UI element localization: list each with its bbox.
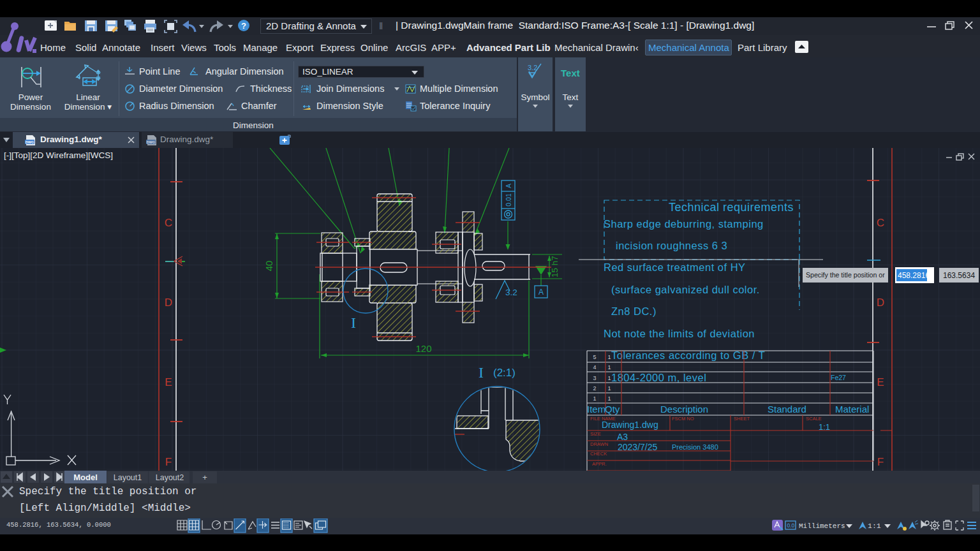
svg-text:(2:1): (2:1) [493,367,516,379]
svg-text:DRAWN: DRAWN [590,441,608,447]
svg-text:Fe27: Fe27 [831,374,846,381]
svg-text:Technical requirements: Technical requirements [669,201,794,214]
svg-text:DWG: DWG [147,140,155,144]
svg-text:1: 1 [607,354,611,360]
svg-text:Material: Material [835,404,869,415]
svg-text:3: 3 [593,375,596,381]
svg-text:E: E [877,376,884,388]
svg-text:Layout1: Layout1 [114,473,142,482]
svg-text:incision roughness 6 3: incision roughness 6 3 [616,240,727,251]
svg-text:A: A [505,184,512,188]
svg-text:15 h7: 15 h7 [550,256,560,277]
svg-text:1: 1 [593,395,596,402]
svg-text:F: F [877,456,884,468]
svg-text:Millimeters: Millimeters [799,522,845,530]
svg-text:120: 120 [415,343,431,354]
svg-text:A: A [538,288,544,297]
svg-text:1: 1 [607,364,611,371]
svg-text:D: D [165,297,172,309]
svg-text:DWG: DWG [26,140,34,144]
svg-text:1:1: 1:1 [819,422,830,432]
svg-text:?: ? [241,21,246,31]
svg-text:APPR.: APPR. [592,461,607,467]
svg-text:1804-2000 m, level: 1804-2000 m, level [611,372,706,383]
svg-text:Precision 3480: Precision 3480 [672,443,718,451]
svg-text:2: 2 [593,385,596,392]
svg-text:Tolerances according to GB / T: Tolerances according to GB / T [611,349,765,361]
svg-text:C: C [165,217,172,229]
svg-text:C: C [877,217,884,229]
svg-text:1:1: 1:1 [868,522,881,530]
svg-text:1: 1 [607,375,611,381]
svg-text:Standard: Standard [768,404,806,415]
svg-text:I: I [479,364,484,381]
svg-text:458.2816: 458.2816 [898,271,930,280]
svg-text:+: + [202,473,207,482]
svg-text:FILE NAME: FILE NAME [590,416,616,422]
svg-text:FSCM NO: FSCM NO [672,416,694,422]
svg-text:1: 1 [607,395,611,402]
svg-text:Qty: Qty [605,404,620,415]
svg-text:SHEET: SHEET [734,416,750,422]
svg-text:SIZE: SIZE [590,431,601,437]
svg-text:CHECK: CHECK [590,451,607,457]
svg-text:Item: Item [587,404,605,415]
svg-text:40: 40 [264,261,274,272]
svg-text:E: E [165,376,172,388]
svg-text:Description: Description [660,404,708,415]
svg-text:I: I [351,314,356,331]
svg-text:Layout2: Layout2 [156,473,184,482]
svg-text:Red surface treatment of HY: Red surface treatment of HY [604,261,746,273]
svg-text:4: 4 [593,364,596,371]
svg-text:(surface galvanized dull color: (surface galvanized dull color. [611,284,760,295]
svg-text:Specify the title position or: Specify the title position or [806,271,885,279]
svg-text:A3: A3 [617,432,628,442]
svg-text:3.2: 3.2 [505,288,517,297]
svg-text:1: 1 [607,385,611,392]
svg-text:163.5634: 163.5634 [943,271,975,280]
svg-text:2023/7/25: 2023/7/25 [618,442,657,452]
svg-text:5: 5 [593,354,596,360]
svg-text:0.01: 0.01 [505,193,512,207]
svg-text:Zn8 DC.): Zn8 DC.) [611,305,657,317]
svg-text:SCALE: SCALE [806,416,822,422]
svg-text:Model: Model [73,473,98,482]
svg-text:Sharp edge deburring, stamping: Sharp edge deburring, stamping [604,218,764,230]
svg-text:F: F [165,456,172,468]
svg-text:Not note the limits of deviati: Not note the limits of deviation [604,328,755,339]
svg-text:D: D [877,297,884,309]
svg-text:0.0: 0.0 [787,522,795,529]
